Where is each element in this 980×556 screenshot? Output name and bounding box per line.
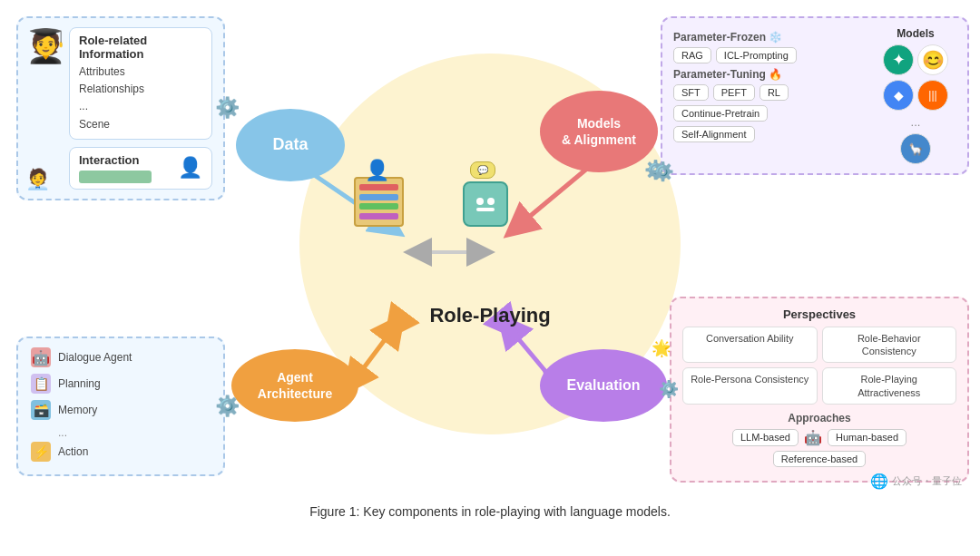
agent-item-memory: 🗃️ Memory: [31, 400, 211, 420]
other-tags-1: Continue-Pretrain: [673, 105, 866, 122]
tag-icl: ICL-Prompting: [716, 47, 797, 63]
param-frozen-label: Parameter-Frozen ❄️: [673, 31, 866, 44]
bottom-left-box: 🤖 Dialogue Agent 📋 Planning 🗃️ Memory ..…: [16, 337, 225, 476]
gear-eval: ⚙️: [659, 379, 679, 399]
tuning-tags: SFT PEFT RL: [673, 84, 866, 101]
agent-items: 🤖 Dialogue Agent 📋 Planning 🗃️ Memory ..…: [31, 347, 211, 465]
cell-role-persona: Role-Persona Consistency: [682, 367, 818, 405]
bubble-evaluation: Evaluation 🌟: [540, 349, 667, 422]
agent-ellipsis: ...: [31, 426, 211, 439]
param-tuning-label: Parameter-Tuning 🔥: [673, 68, 866, 81]
top-right-box: Parameter-Frozen ❄️ RAG ICL-Prompting Pa…: [661, 16, 969, 175]
tag-continue: Continue-Pretrain: [673, 105, 768, 122]
more-models-label: ...: [911, 115, 921, 129]
bubble-data: Data: [236, 109, 345, 181]
approaches-row2: Reference-based: [682, 451, 956, 467]
tag-peft: PEFT: [713, 84, 755, 101]
cell-role-behavior: Role-Behavior Consistency: [822, 327, 957, 364]
bubble-models: Models & Alignment ⚙️: [540, 91, 658, 172]
agent-icon-memory: 🗃️: [31, 400, 51, 420]
caption: Figure 1: Key components in role-playing…: [0, 504, 980, 519]
approaches-row1: LLM-based 🤖 Human-based: [682, 429, 956, 446]
model-icons-row3: 🦙: [900, 133, 931, 164]
model-icon-gemini: ◆: [883, 80, 914, 111]
role-info-items: AttributesRelationships...Scene: [79, 63, 202, 133]
gear-connector-left: ⚙️: [215, 96, 240, 120]
agent-item-dialogue: 🤖 Dialogue Agent: [31, 347, 211, 367]
role-info-box: Role-related Information AttributesRelat…: [69, 27, 212, 140]
other-tags-2: Self-Alignment: [673, 126, 866, 142]
model-icon-mistral: |||: [917, 80, 948, 111]
bottom-right-box: Perspectives Conversation Ability Role-B…: [670, 297, 969, 483]
model-icons-row1: ✦ 😊: [883, 44, 948, 75]
agent-item-action: ⚡ Action: [31, 442, 211, 462]
agent-icon-action: ⚡: [31, 442, 51, 462]
agent-item-planning: 📋 Planning: [31, 374, 211, 394]
frozen-tags: RAG ICL-Prompting: [673, 47, 866, 63]
cell-role-playing-attract: Role-Playing Attractiveness: [822, 367, 957, 405]
model-icons-row2: ◆ |||: [883, 80, 948, 111]
model-icon-bert: 😊: [917, 44, 948, 75]
approaches-section: Approaches LLM-based 🤖 Human-based Refer…: [682, 412, 956, 467]
model-icon-openai: ✦: [883, 44, 914, 75]
tag-sft: SFT: [673, 84, 709, 101]
diagram-container: 👤 💬 Role-Playing 🧑‍🎓 Role-related Inform…: [0, 0, 980, 526]
interaction-bar: [79, 171, 152, 183]
character-avatar-2: 🧑‍💼: [25, 168, 50, 191]
cell-conversation: Conversation Ability: [682, 327, 818, 364]
top-left-box: 🧑‍🎓 Role-related Information AttributesR…: [16, 16, 225, 200]
bubble-agent: Agent Architecture: [231, 349, 358, 422]
tag-self-align: Self-Alignment: [673, 126, 755, 142]
robot-icon-small: 🤖: [804, 429, 822, 446]
model-icon-llama: 🦙: [900, 133, 931, 164]
evaluation-icon: 🌟: [652, 338, 671, 359]
interaction-box: Interaction 👤: [69, 147, 212, 190]
user-icon: 👤: [178, 156, 202, 180]
interaction-title: Interaction: [79, 153, 171, 167]
tag-rag: RAG: [673, 47, 711, 63]
robot-figure: 💬: [463, 181, 508, 227]
human-figure: 👤: [354, 177, 404, 227]
tag-rl: RL: [760, 84, 789, 101]
gear-top-right: ⚙️: [652, 161, 674, 182]
role-playing-label: Role-Playing: [429, 304, 550, 327]
perspectives-title: Perspectives: [682, 307, 956, 321]
models-title-label: Models: [897, 27, 934, 40]
approaches-title: Approaches: [682, 412, 956, 424]
character-avatar: 🧑‍🎓: [25, 27, 66, 65]
watermark: 🌐 公众号・量子位: [870, 473, 962, 490]
agent-icon-dialogue: 🤖: [31, 347, 51, 367]
tag-human-based: Human-based: [828, 429, 906, 446]
perspectives-grid: Conversation Ability Role-Behavior Consi…: [682, 327, 956, 405]
gear-agent: ⚙️: [215, 395, 240, 418]
role-info-title: Role-related Information: [79, 34, 202, 61]
tag-reference-based: Reference-based: [773, 451, 866, 467]
agent-icon-planning: 📋: [31, 374, 51, 394]
tag-llm-based: LLM-based: [732, 429, 799, 446]
